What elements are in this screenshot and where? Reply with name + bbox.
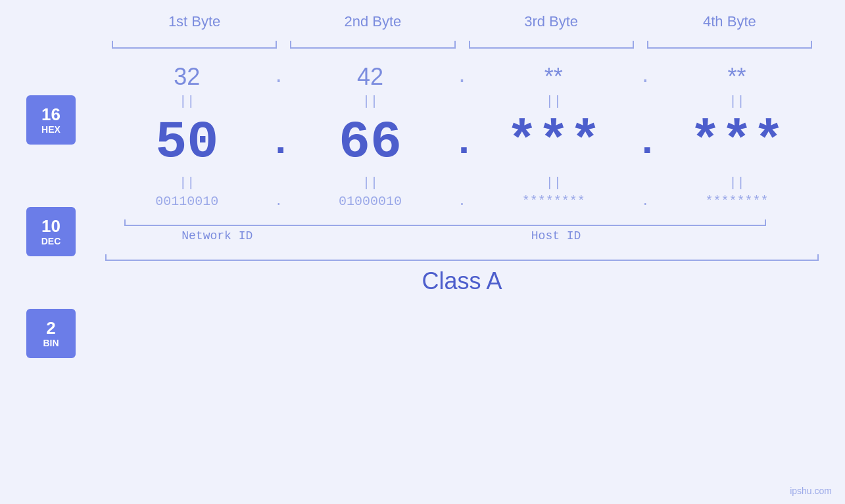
bin-byte4: ******** [655,194,819,209]
hex-byte4: ** [655,63,819,91]
dec-byte4: *** [655,112,819,172]
bin-byte3: ******** [472,194,636,209]
hex-values-row: 32 . 42 . ** . ** [105,63,819,91]
dec-dot2: . [452,120,472,165]
dec-dot3: . [635,120,655,165]
equals-5: || [105,175,269,191]
top-bracket-2 [290,37,455,50]
hex-byte3: ** [472,63,636,91]
full-bottom-bracket [105,249,819,261]
top-bracket-3 [469,37,634,50]
main-container: 1st Byte 2nd Byte 3rd Byte 4th Byte 32 .… [0,0,845,504]
equals-4: || [655,94,819,109]
equals-2: || [289,94,452,109]
equals-row-2: || || || || [105,175,819,191]
equals-7: || [472,175,636,191]
equals-3: || [472,94,636,109]
top-bracket-1 [112,37,277,50]
top-bracket-4 [647,37,812,50]
network-bracket [105,214,293,226]
dec-byte2: 66 [289,112,452,172]
bin-byte1: 00110010 [105,194,269,209]
bin-byte2: 01000010 [289,194,452,209]
hex-byte2: 42 [289,63,452,91]
hex-byte1: 32 [105,63,269,91]
bin-dot3: . [635,194,655,209]
dec-values-row: 50 . 66 . *** . *** [105,112,819,172]
equals-1: || [105,94,269,109]
byte4-header: 4th Byte [640,13,819,30]
dec-byte3: *** [472,112,636,172]
equals-6: || [289,175,452,191]
bin-values-row: 00110010 . 01000010 . ******** . *******… [105,194,819,209]
byte1-header: 1st Byte [105,13,283,30]
watermark: ipshu.com [790,486,832,496]
byte-headers: 1st Byte 2nd Byte 3rd Byte 4th Byte [105,13,819,30]
dec-byte1: 50 [105,112,269,172]
byte3-header: 3rd Byte [462,13,640,30]
bin-dot1: . [269,194,289,209]
hex-dot2: . [452,66,472,88]
hex-dot3: . [635,66,655,88]
byte2-header: 2nd Byte [283,13,462,30]
hex-dot1: . [269,66,289,88]
dec-dot1: . [269,120,289,165]
host-id-label: Host ID [293,229,819,242]
equals-8: || [655,175,819,191]
id-labels-row: Network ID Host ID [105,229,819,242]
bin-dot2: . [452,194,472,209]
top-brackets [105,37,819,50]
network-id-label: Network ID [105,229,293,242]
equals-row-1: || || || || [105,94,819,109]
bottom-brackets [105,214,819,226]
host-bracket [293,214,819,226]
class-label: Class A [105,267,819,295]
